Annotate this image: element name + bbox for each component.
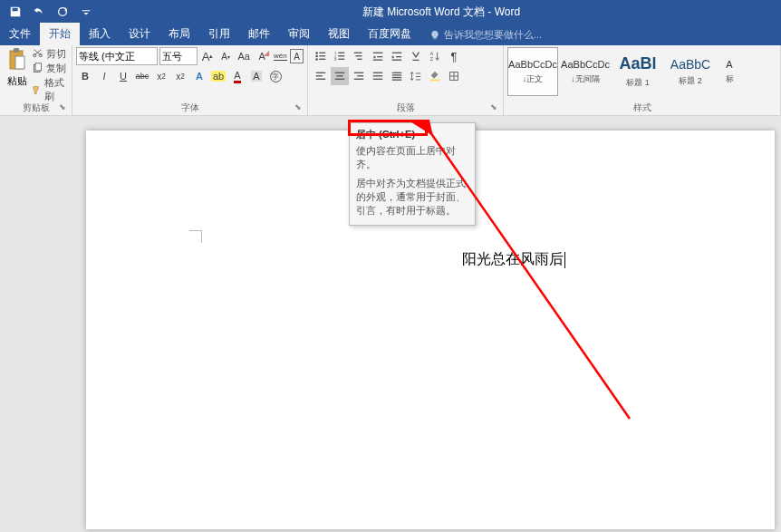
show-marks-button[interactable]: ¶ — [445, 47, 463, 65]
italic-button[interactable]: I — [95, 67, 113, 85]
group-label-styles: 样式 — [504, 102, 780, 114]
tooltip-highlight-box — [348, 120, 428, 136]
align-center-button[interactable] — [331, 67, 349, 85]
tab-mailings[interactable]: 邮件 — [239, 23, 279, 45]
clipboard-launcher[interactable]: ⬊ — [59, 102, 70, 113]
grow-font-button[interactable]: A▴ — [199, 47, 216, 65]
svg-rect-23 — [373, 60, 383, 61]
svg-rect-42 — [392, 74, 402, 75]
svg-text:3: 3 — [334, 57, 337, 62]
cut-button[interactable]: 剪切 — [32, 47, 68, 61]
scissors-icon — [32, 48, 43, 60]
char-shading-button[interactable]: A — [247, 67, 265, 85]
tell-me-search[interactable]: 告诉我您想要做什么... — [420, 24, 551, 45]
paste-button[interactable]: 粘贴 — [4, 47, 30, 88]
increase-indent-button[interactable] — [388, 47, 406, 65]
svg-rect-30 — [316, 75, 323, 76]
svg-rect-47 — [416, 80, 420, 81]
font-name-select[interactable] — [76, 47, 158, 65]
sort-button[interactable]: AZ — [426, 47, 444, 65]
strike-button[interactable]: abc — [133, 67, 151, 85]
enclosed-char-button[interactable]: 字 — [266, 67, 284, 85]
font-size-select[interactable] — [159, 47, 198, 65]
subscript-button[interactable]: x2 — [152, 67, 170, 85]
tab-references[interactable]: 引用 — [199, 23, 239, 45]
svg-rect-46 — [416, 76, 420, 77]
borders-button[interactable] — [445, 67, 463, 85]
format-painter-button[interactable]: 格式刷 — [32, 76, 68, 103]
line-spacing-button[interactable] — [407, 67, 425, 85]
svg-rect-9 — [319, 55, 325, 56]
text-effects-button[interactable]: A — [190, 67, 208, 85]
svg-rect-41 — [392, 73, 402, 73]
shrink-font-button[interactable]: A▾ — [217, 47, 234, 65]
align-distributed-button[interactable] — [388, 67, 406, 85]
tab-file[interactable]: 文件 — [0, 23, 40, 45]
ribbon: 粘贴 剪切 复制 格式刷 剪贴板 ⬊ A▴ A▾ Aa A◢ wén A — [0, 45, 781, 116]
title-bar: 新建 Microsoft Word 文档 - Word — [0, 0, 781, 24]
highlight-button[interactable]: ab — [209, 67, 227, 85]
bold-button[interactable]: B — [76, 67, 94, 85]
group-styles: AaBbCcDc ↓正文 AaBbCcDc ↓无间隔 AaBl 标题 1 AaB… — [504, 45, 781, 115]
style-normal[interactable]: AaBbCcDc ↓正文 — [507, 47, 558, 96]
svg-rect-26 — [392, 60, 402, 61]
multilevel-button[interactable] — [350, 47, 368, 65]
svg-rect-31 — [316, 79, 326, 80]
bullets-button[interactable] — [312, 47, 330, 65]
undo-button[interactable] — [31, 4, 47, 20]
svg-rect-19 — [356, 55, 362, 56]
align-right-button[interactable] — [350, 67, 368, 85]
align-left-button[interactable] — [312, 67, 330, 85]
font-color-button[interactable]: A — [228, 67, 246, 85]
tab-home[interactable]: 开始 — [40, 23, 80, 45]
center-tooltip: 居中 (Ctrl+E) 使内容在页面上居中对齐。 居中对齐为文档提供正式的外观，… — [349, 122, 476, 226]
group-label-font: 字体 — [72, 102, 307, 114]
copy-button[interactable]: 复制 — [32, 62, 68, 75]
superscript-button[interactable]: x2 — [171, 67, 189, 85]
group-paragraph: 123 AZ ¶ 段落 ⬊ — [308, 45, 504, 115]
svg-rect-43 — [392, 77, 402, 78]
copy-icon — [32, 63, 43, 74]
tab-view[interactable]: 视图 — [319, 23, 359, 45]
tab-insert[interactable]: 插入 — [80, 23, 120, 45]
svg-rect-24 — [392, 53, 402, 53]
tab-layout[interactable]: 布局 — [159, 23, 199, 45]
window-title: 新建 Microsoft Word 文档 - Word — [101, 5, 781, 20]
svg-rect-39 — [373, 75, 383, 76]
document-text[interactable]: 阳光总在风雨后 — [462, 250, 565, 269]
redo-button[interactable] — [54, 4, 71, 20]
svg-rect-34 — [335, 79, 345, 80]
shading-button[interactable] — [426, 67, 444, 85]
tab-review[interactable]: 审阅 — [279, 23, 319, 45]
svg-rect-32 — [335, 73, 345, 73]
save-button[interactable] — [7, 4, 24, 20]
tab-design[interactable]: 设计 — [120, 23, 159, 45]
char-border-button[interactable]: A — [290, 49, 304, 63]
brush-icon — [32, 84, 41, 96]
svg-point-10 — [315, 58, 318, 61]
asian-layout-button[interactable] — [407, 47, 425, 65]
phonetic-button[interactable]: wén — [272, 47, 288, 65]
svg-rect-2 — [14, 48, 19, 53]
clear-format-button[interactable]: A◢ — [254, 47, 270, 65]
qat-customize[interactable] — [78, 4, 94, 20]
numbering-button[interactable]: 123 — [331, 47, 349, 65]
style-more[interactable]: A 标 — [718, 47, 741, 96]
svg-rect-29 — [316, 73, 326, 73]
style-nospacing[interactable]: AaBbCcDc ↓无间隔 — [560, 47, 611, 96]
svg-rect-18 — [354, 53, 362, 53]
underline-button[interactable]: U — [114, 67, 132, 85]
tab-baidu[interactable]: 百度网盘 — [359, 23, 420, 45]
svg-rect-3 — [15, 56, 24, 69]
align-justify-button[interactable] — [369, 67, 387, 85]
svg-text:Z: Z — [430, 56, 434, 62]
quick-access-toolbar — [0, 4, 101, 20]
style-heading2[interactable]: AaBbC 标题 2 — [665, 47, 716, 96]
svg-rect-25 — [396, 56, 401, 57]
change-case-button[interactable]: Aa — [236, 47, 252, 65]
decrease-indent-button[interactable] — [369, 47, 387, 65]
paragraph-launcher[interactable]: ⬊ — [490, 102, 501, 113]
svg-rect-5 — [35, 63, 42, 71]
font-launcher[interactable]: ⬊ — [294, 102, 305, 113]
style-heading1[interactable]: AaBl 标题 1 — [612, 47, 663, 96]
